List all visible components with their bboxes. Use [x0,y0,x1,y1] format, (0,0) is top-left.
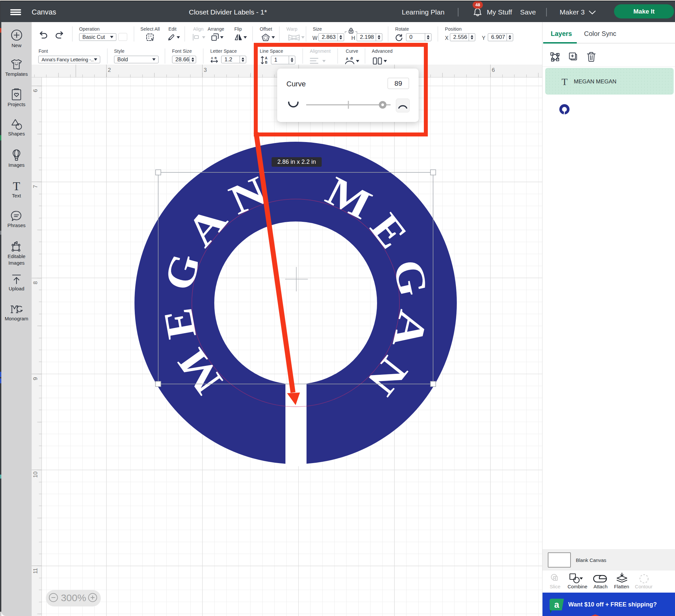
svg-text:T: T [13,180,20,192]
svg-text:A: A [211,56,213,60]
svg-text:a: a [554,600,559,610]
svg-text:B: B [215,56,217,60]
svg-text:2.86 in x 2.2 in: 2.86 in x 2.2 in [277,159,316,165]
